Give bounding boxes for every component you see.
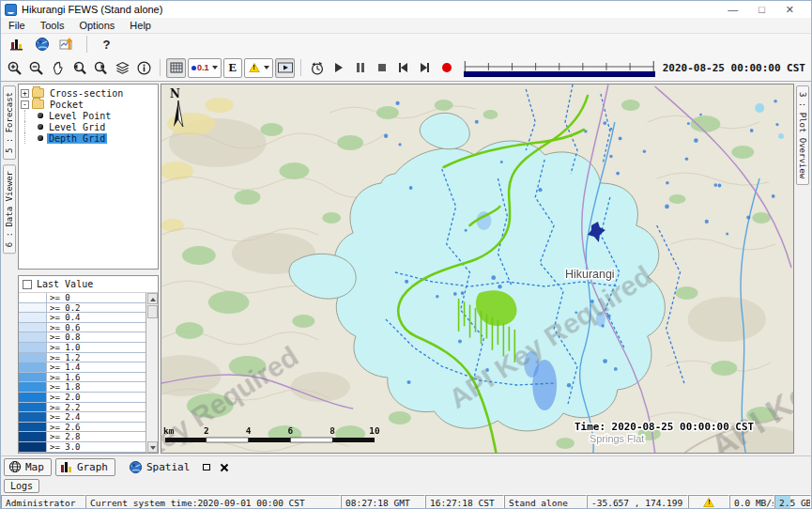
help-button[interactable]: ? [97,35,116,54]
legend-row[interactable]: >= 1.4 [19,362,146,373]
legend-row[interactable]: >= 3.2 [19,453,146,454]
toolbar-separator [160,59,161,76]
legend-swatch [19,313,47,322]
logs-button[interactable]: Logs [4,479,39,493]
legend-row[interactable]: >= 0.8 [19,332,146,343]
zoom-next-button[interactable] [91,58,111,78]
legend-row[interactable]: >= 0.4 [19,313,146,323]
menu-file[interactable]: File [8,20,25,31]
stop-button[interactable] [372,58,391,78]
legend-header: Last Value [19,276,158,293]
database-display-button[interactable] [7,35,26,54]
legend-row[interactable]: >= 1.0 [19,343,146,353]
locality-label: Springs Flat [590,433,644,444]
toolbar-separator [300,59,301,76]
pan-button[interactable] [48,58,68,78]
timeline-range-bar[interactable] [464,71,654,77]
legend-row[interactable]: >= 2.4 [19,412,146,423]
legend-row[interactable]: >= 0 [19,293,146,303]
timeline-slider[interactable] [464,59,654,77]
close-tab-icon[interactable] [220,463,228,471]
tab-map[interactable]: Map [4,458,52,476]
tab-spatial[interactable]: Spatial [119,458,235,476]
left-tab-strip: 5 : Forecast 6 : Data Viewer [1,82,17,455]
tab-plot-overview[interactable]: 3 : Plot Overview [796,85,809,185]
scroll-down-icon[interactable] [147,441,158,453]
status-memory[interactable]: 2.5 GB [774,495,811,509]
svg-text:10: 10 [369,425,380,436]
menu-options[interactable]: Options [79,20,115,31]
animation-button[interactable] [275,58,295,78]
minimize-button[interactable]: — [728,4,738,16]
tree-node-level-grid[interactable]: Level Grid [21,121,156,132]
grid-icon [169,60,184,75]
pause-button[interactable] [350,58,370,78]
close-button[interactable]: ✕ [786,4,794,16]
layers-button[interactable] [113,58,132,78]
tree-node-pocket[interactable]: - Pocket [21,99,156,110]
warning-icon [250,63,260,72]
status-warning[interactable] [688,495,729,509]
legend-row[interactable]: >= 1.8 [19,382,146,393]
tab-forecast[interactable]: 5 : Forecast [3,85,16,160]
scroll-thumb[interactable] [147,305,158,318]
legend-row[interactable]: >= 2.2 [19,403,146,413]
step-back-button[interactable] [393,58,413,78]
time-settings-button[interactable] [307,58,327,78]
zoom-in-button[interactable] [5,58,24,78]
restore-icon[interactable] [203,464,210,470]
legend-label: >= 3.2 [47,453,146,454]
map-canvas[interactable]: API Key Required API Key Required API Ke… [161,84,794,454]
legend-label: >= 1.0 [47,343,146,352]
map-display-button[interactable] [32,35,52,54]
zoom-out-button[interactable] [26,58,46,78]
legend-row[interactable]: >= 2.6 [19,423,146,433]
last-value-checkbox[interactable] [23,280,32,289]
tree-node-level-point[interactable]: Level Point [21,110,156,121]
info-button[interactable] [134,58,154,78]
legend-swatch [19,382,47,392]
bullet-icon [38,113,43,118]
legend-rows: >= 0>= 0.2>= 0.4>= 0.6>= 0.8>= 1.0>= 1.2… [19,293,146,453]
timeline-ruler [464,59,654,71]
legend-toggle-button[interactable]: E [223,58,243,78]
warning-dropdown[interactable] [244,58,273,78]
collapse-icon[interactable]: - [21,100,29,109]
legend-row[interactable]: >= 2.8 [19,432,146,442]
zoom-previous-button[interactable] [69,58,89,78]
legend-row[interactable]: >= 1.2 [19,353,146,363]
play-button[interactable] [329,58,348,78]
menu-tools[interactable]: Tools [40,20,65,31]
threshold-dropdown[interactable]: 0.1 [188,58,222,78]
spatial-display-button[interactable] [57,35,77,54]
expand-icon[interactable]: + [21,89,29,98]
grid-display-button[interactable] [166,58,186,78]
tree-node-cross-section[interactable]: + Cross-section [21,87,156,99]
legend-row[interactable]: >= 1.6 [19,373,146,383]
legend-row[interactable]: >= 2.0 [19,393,146,403]
legend-row[interactable]: >= 0.2 [19,303,146,314]
legend-label: >= 1.2 [47,353,146,362]
tree-node-depth-grid[interactable]: Depth Grid [21,132,156,144]
scroll-up-icon[interactable] [147,293,158,304]
wire-globe-icon [8,460,22,473]
step-forward-button[interactable] [415,58,435,78]
record-button[interactable] [437,58,456,78]
tab-graph[interactable]: Graph [55,458,115,476]
tab-data-viewer[interactable]: 6 : Data Viewer [3,164,16,254]
main-toolbar: ? [1,34,811,54]
legend-row[interactable]: >= 3.0 [19,442,146,453]
clock-icon [309,60,325,76]
map-time-label: Time: 2020-08-25 00:00:00 CST [575,421,754,433]
main-area: 5 : Forecast 6 : Data Viewer + Cross-sec… [1,82,811,455]
legend-row[interactable]: >= 0.6 [19,323,146,333]
legend-swatch [19,373,47,382]
legend-scrollbar[interactable] [146,293,158,453]
window-title: Hikurangi FEWS (Stand alone) [22,4,162,15]
map-toolbar: 0.1 E [1,54,811,82]
menu-help[interactable]: Help [130,20,151,31]
legend-swatch [19,403,47,412]
maximize-button[interactable]: □ [758,4,765,16]
folder-icon [32,88,44,98]
video-icon [277,60,294,75]
